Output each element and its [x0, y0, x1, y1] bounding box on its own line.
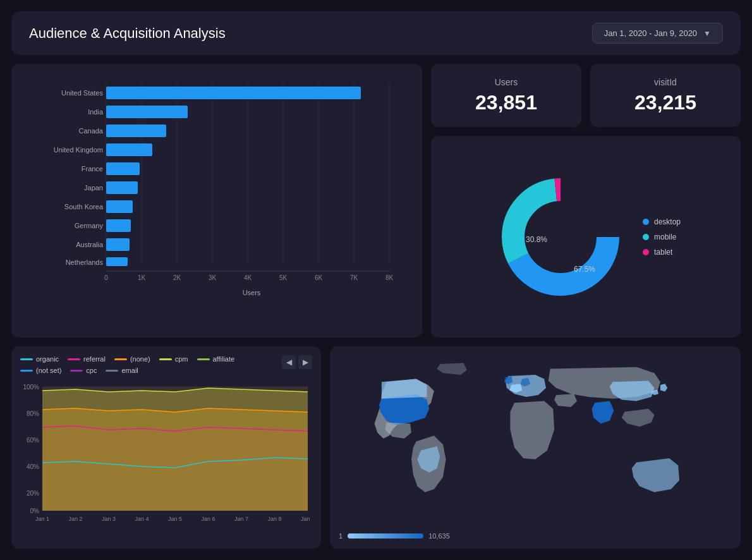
label-canada: Canada — [78, 127, 103, 135]
legend-affiliate-line — [197, 358, 210, 360]
map-india — [592, 401, 614, 423]
legend-mobile-label: mobile — [654, 233, 676, 241]
legend-organic-label: organic — [36, 355, 59, 363]
header-bar: Audience & Acquisition Analysis Jan 1, 2… — [11, 11, 741, 55]
xtick-0: 0 — [104, 274, 108, 281]
bar-chart-panel: United States India Canada United Kingdo… — [11, 64, 422, 338]
xtick-1k: 1K — [138, 274, 146, 281]
area-legend: organic referral (none) cpm — [20, 355, 282, 374]
map-middle-east — [554, 394, 577, 407]
x-axis-label: Users — [243, 289, 261, 296]
map-mexico — [385, 422, 411, 438]
legend-mobile: mobile — [643, 233, 681, 241]
xtick-jan8: Jan 8 — [267, 516, 281, 522]
users-value: 23,851 — [475, 91, 537, 114]
label-us: United States — [61, 89, 104, 97]
map-scale: 1 10,635 — [339, 532, 450, 540]
xtick-jan9: Jan 9 — [301, 516, 311, 522]
xtick-3k: 3K — [209, 274, 217, 281]
legend-none: (none) — [114, 355, 150, 363]
legend-desktop: desktop — [643, 217, 681, 226]
chart-next-button[interactable]: ▶ — [298, 355, 312, 369]
date-range-picker[interactable]: Jan 1, 2020 - Jan 9, 2020 ▼ — [592, 23, 723, 44]
legend-tablet-dot — [643, 249, 649, 255]
ytick-100: 100% — [23, 384, 39, 391]
legend-tablet-label: tablet — [654, 248, 672, 257]
legend-cpm-line — [159, 358, 172, 360]
legend-referral: referral — [68, 355, 106, 363]
right-panels: Users 23,851 visitId 23,215 — [431, 64, 741, 338]
map-panel: 1 10,635 — [330, 346, 741, 549]
map-canada — [382, 379, 427, 399]
legend-cpc: cpc — [70, 367, 97, 374]
bottom-row: organic referral (none) cpm — [11, 346, 741, 549]
bar-france — [106, 162, 140, 175]
bar-south-korea — [106, 200, 133, 213]
legend-cpc-label: cpc — [86, 367, 97, 374]
legend-email: email — [106, 367, 138, 374]
bar-uk — [106, 143, 152, 156]
date-range-label: Jan 1, 2020 - Jan 9, 2020 — [604, 28, 697, 38]
xtick-7k: 7K — [350, 274, 358, 281]
users-stat-card: Users 23,851 — [431, 64, 581, 127]
users-label: Users — [495, 77, 518, 87]
area-chart-container: 100% 80% 60% 40% 20% 0% — [20, 380, 312, 540]
xtick-jan7: Jan 7 — [234, 516, 248, 522]
map-scale-min: 1 — [339, 532, 343, 540]
legend-affiliate-label: affiliate — [213, 355, 235, 363]
visitid-label: visitId — [654, 77, 677, 87]
donut-chart-panel: 30.8% 67.5% desktop mobile tablet — [431, 136, 741, 338]
label-netherlands: Netherlands — [66, 259, 104, 266]
chart-navigation: ◀ ▶ — [282, 355, 312, 369]
legend-organic-line — [20, 358, 33, 360]
map-africa — [510, 401, 554, 459]
map-sea — [622, 409, 655, 427]
map-greenland — [437, 363, 467, 375]
legend-none-label: (none) — [130, 355, 150, 363]
legend-none-line — [114, 358, 127, 360]
xtick-4k: 4K — [244, 274, 252, 281]
xtick-jan5: Jan 5 — [168, 516, 182, 522]
ytick-20: 20% — [27, 490, 39, 497]
donut-chart-svg: 30.8% 67.5% — [491, 167, 630, 307]
legend-referral-label: referral — [83, 355, 106, 363]
world-map-svg — [339, 355, 732, 540]
bar-canada — [106, 125, 166, 137]
legend-not-set-line — [20, 370, 33, 372]
ytick-80: 80% — [27, 410, 39, 417]
label-australia: Australia — [76, 241, 104, 248]
xtick-jan1: Jan 1 — [35, 516, 49, 522]
area-affiliate — [42, 387, 308, 511]
xtick-6k: 6K — [315, 274, 323, 281]
visitid-value: 23,215 — [634, 91, 696, 114]
map-japan — [660, 384, 667, 391]
ytick-40: 40% — [27, 463, 39, 470]
legend-cpm: cpm — [159, 355, 188, 363]
xtick-jan4: Jan 4 — [135, 516, 149, 522]
xtick-jan6: Jan 6 — [201, 516, 215, 522]
legend-cpc-line — [70, 370, 83, 372]
legend-desktop-dot — [643, 219, 649, 225]
chart-prev-button[interactable]: ◀ — [282, 355, 296, 369]
xtick-2k: 2K — [173, 274, 181, 281]
bar-japan — [106, 181, 138, 194]
label-india: India — [88, 108, 104, 116]
area-legend-header: organic referral (none) cpm — [20, 355, 312, 378]
chevron-down-icon: ▼ — [703, 29, 711, 38]
donut-mobile-label: 30.8% — [526, 235, 547, 244]
dashboard: Audience & Acquisition Analysis Jan 1, 2… — [0, 0, 752, 560]
map-usa — [379, 394, 429, 425]
legend-referral-line — [68, 358, 80, 360]
legend-affiliate: affiliate — [197, 355, 235, 363]
bar-netherlands — [106, 257, 128, 266]
ytick-60: 60% — [27, 437, 39, 444]
bar-australia — [106, 238, 130, 251]
legend-not-set: (not set) — [20, 367, 61, 374]
legend-mobile-dot — [643, 234, 649, 240]
legend-tablet: tablet — [643, 248, 681, 257]
donut-desktop-label: 67.5% — [574, 265, 595, 274]
label-germany: Germany — [75, 222, 104, 229]
label-south-korea: South Korea — [64, 203, 104, 210]
page-title: Audience & Acquisition Analysis — [29, 25, 226, 42]
ytick-0: 0% — [30, 508, 40, 514]
